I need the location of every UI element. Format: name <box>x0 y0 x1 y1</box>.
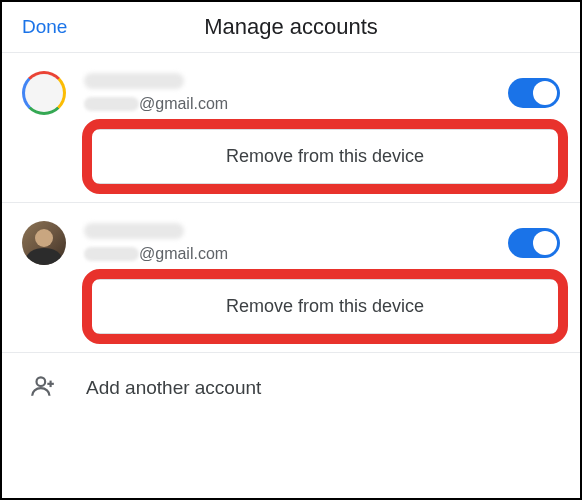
add-another-account-button[interactable]: Add another account <box>2 352 580 423</box>
page-title: Manage accounts <box>204 14 378 40</box>
avatar <box>22 221 66 265</box>
svg-point-0 <box>37 377 46 386</box>
account-item: @gmail.com Remove from this device <box>2 52 580 184</box>
account-main: @gmail.com <box>22 221 560 265</box>
avatar <box>22 71 66 115</box>
account-email-domain: @gmail.com <box>139 245 228 263</box>
account-main: @gmail.com <box>22 71 560 115</box>
account-toggle[interactable] <box>508 78 560 108</box>
add-account-label: Add another account <box>86 377 261 399</box>
account-email-domain: @gmail.com <box>139 95 228 113</box>
account-email-redacted <box>84 97 139 111</box>
account-name-redacted <box>84 73 184 89</box>
header: Done Manage accounts <box>2 2 580 52</box>
account-toggle[interactable] <box>508 228 560 258</box>
remove-from-device-button[interactable]: Remove from this device <box>90 279 560 334</box>
account-item: @gmail.com Remove from this device <box>2 202 580 334</box>
remove-from-device-button[interactable]: Remove from this device <box>90 129 560 184</box>
account-email-redacted <box>84 247 139 261</box>
account-info: @gmail.com <box>84 73 490 113</box>
person-add-icon <box>30 373 56 403</box>
account-name-redacted <box>84 223 184 239</box>
account-info: @gmail.com <box>84 223 490 263</box>
done-button[interactable]: Done <box>22 16 67 38</box>
